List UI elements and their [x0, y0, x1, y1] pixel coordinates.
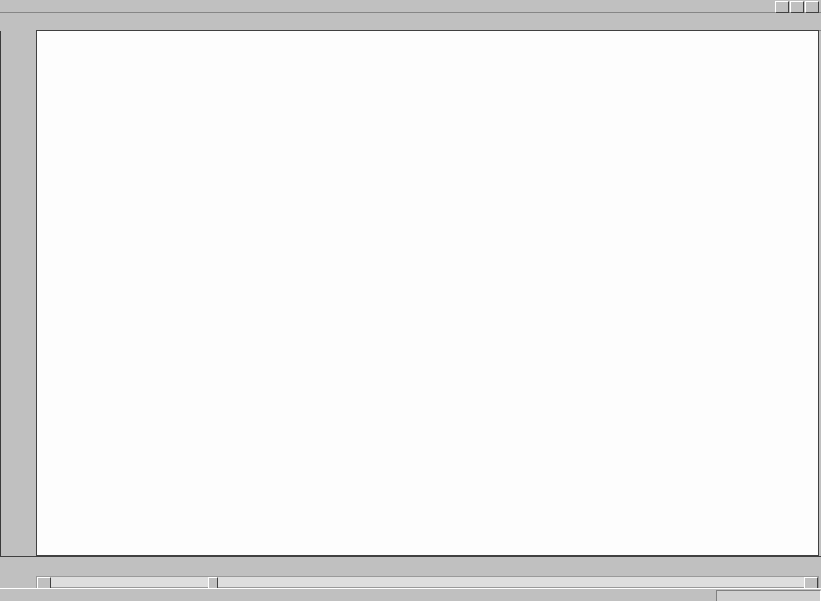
epoch-cursor-line[interactable] [0, 31, 1, 556]
time-ruler [0, 556, 821, 576]
horizontal-scrollbar[interactable] [36, 576, 819, 588]
status-right-panel [716, 590, 821, 601]
restore-button[interactable] [790, 1, 804, 13]
minimize-button[interactable] [775, 1, 789, 13]
menu-bar [0, 0, 821, 13]
app-window [0, 0, 821, 601]
status-bar [0, 588, 821, 601]
window-controls [775, 1, 819, 13]
channel-label-column [0, 30, 36, 556]
toolbar [0, 13, 821, 31]
waveform-canvas [36, 31, 819, 556]
close-button[interactable] [805, 1, 819, 13]
